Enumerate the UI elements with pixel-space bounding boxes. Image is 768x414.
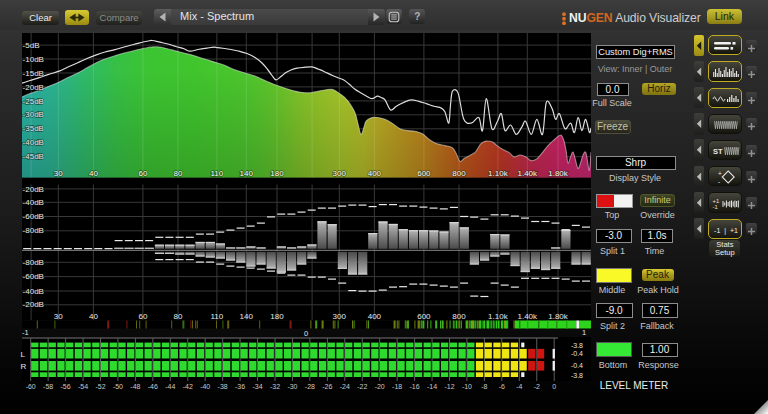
svg-text:-2: -2 xyxy=(534,383,540,390)
svg-text:80: 80 xyxy=(174,169,183,178)
svg-text:-1: -1 xyxy=(712,204,717,210)
svg-text:-80dB: -80dB xyxy=(23,226,44,235)
svg-text:-50: -50 xyxy=(113,383,123,390)
svg-text:-58: -58 xyxy=(43,383,53,390)
svg-text:-60dB: -60dB xyxy=(23,272,44,281)
svg-text:-30: -30 xyxy=(287,383,297,390)
svg-text:-80dB: -80dB xyxy=(23,257,44,266)
svg-text:-48: -48 xyxy=(130,383,140,390)
svg-text:1.80k: 1.80k xyxy=(548,169,569,178)
svg-text:0: 0 xyxy=(552,383,556,390)
svg-text:-52: -52 xyxy=(95,383,105,390)
svg-text:300: 300 xyxy=(333,169,347,178)
svg-text:ST: ST xyxy=(713,147,723,156)
svg-text:-14: -14 xyxy=(427,383,437,390)
svg-text:110: 110 xyxy=(211,169,224,178)
svg-text:-36: -36 xyxy=(235,383,245,390)
svg-text:-0.4: -0.4 xyxy=(571,350,583,357)
svg-text:-40dB: -40dB xyxy=(23,197,44,206)
svg-text:L: L xyxy=(21,350,26,359)
svg-text:-46: -46 xyxy=(148,383,158,390)
svg-text:-1 | +1: -1 | +1 xyxy=(714,227,738,235)
svg-text:-54: -54 xyxy=(78,383,88,390)
svg-text:30: 30 xyxy=(54,169,63,178)
svg-text:-24: -24 xyxy=(340,383,350,390)
svg-text:180: 180 xyxy=(270,169,284,178)
svg-text:-60: -60 xyxy=(26,383,36,390)
svg-text:-30dB: -30dB xyxy=(23,110,44,119)
svg-text:-1: -1 xyxy=(22,328,29,337)
svg-text:-40dB: -40dB xyxy=(23,286,44,295)
svg-text:+: + xyxy=(718,170,722,177)
svg-text:-25dB: -25dB xyxy=(23,97,44,106)
svg-text:-35dB: -35dB xyxy=(23,124,44,133)
svg-text:-34: -34 xyxy=(252,383,262,390)
svg-text:-4: -4 xyxy=(516,383,522,390)
svg-text:-: - xyxy=(718,178,720,185)
svg-text:-40dB: -40dB xyxy=(23,138,44,147)
svg-text:-20dB: -20dB xyxy=(23,83,44,92)
svg-text:-22: -22 xyxy=(357,383,367,390)
svg-text:-60dB: -60dB xyxy=(23,212,44,221)
svg-text:800: 800 xyxy=(452,169,466,178)
svg-text:1.10k: 1.10k xyxy=(488,169,509,178)
svg-text:-45dB: -45dB xyxy=(23,152,44,161)
svg-text:-3.8: -3.8 xyxy=(571,342,583,349)
svg-text:-20dB: -20dB xyxy=(23,184,44,193)
svg-text:140: 140 xyxy=(240,169,254,178)
svg-text:-20dB: -20dB xyxy=(23,300,44,309)
svg-text:-28: -28 xyxy=(305,383,315,390)
svg-text:0: 0 xyxy=(304,329,308,338)
svg-text:-42: -42 xyxy=(183,383,193,390)
svg-text:-10dB: -10dB xyxy=(23,55,44,64)
svg-text:1.40k: 1.40k xyxy=(518,169,539,178)
svg-text:-5dB: -5dB xyxy=(23,41,40,50)
svg-text:R: R xyxy=(21,362,27,371)
svg-text:-20: -20 xyxy=(375,383,385,390)
svg-text:40: 40 xyxy=(89,169,98,178)
svg-text:-16: -16 xyxy=(410,383,420,390)
svg-text:60: 60 xyxy=(138,169,147,178)
svg-text:-8: -8 xyxy=(481,383,487,390)
svg-text:-44: -44 xyxy=(165,383,175,390)
svg-text:-32: -32 xyxy=(270,383,280,390)
svg-text:-38: -38 xyxy=(218,383,228,390)
svg-text:-6: -6 xyxy=(499,383,505,390)
svg-text:600: 600 xyxy=(417,169,431,178)
svg-text:-15dB: -15dB xyxy=(23,69,44,78)
svg-text:-3.8: -3.8 xyxy=(571,372,583,379)
svg-text:-18: -18 xyxy=(392,383,402,390)
svg-text:-10: -10 xyxy=(462,383,472,390)
svg-text:400: 400 xyxy=(368,169,382,178)
svg-text:-40: -40 xyxy=(200,383,210,390)
svg-text:-26: -26 xyxy=(322,383,332,390)
svg-text:-12: -12 xyxy=(444,383,454,390)
svg-text:-56: -56 xyxy=(61,383,71,390)
